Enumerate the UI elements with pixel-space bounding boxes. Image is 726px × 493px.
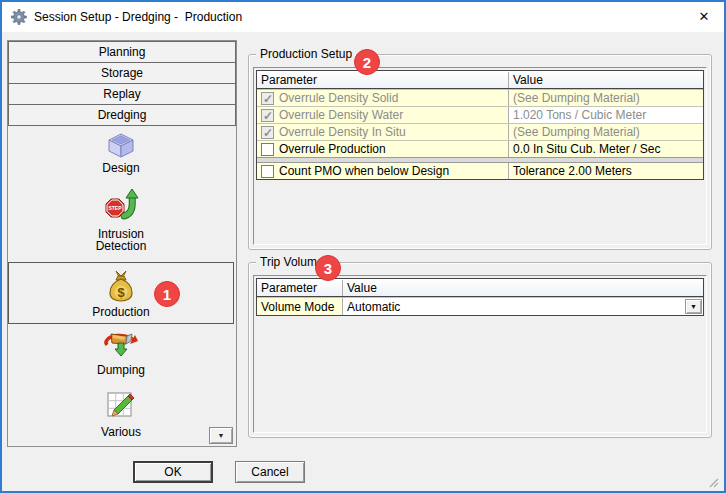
sidebar-item-label: Detection	[96, 240, 147, 252]
value-cell[interactable]: (See Dumping Material)	[509, 90, 703, 106]
sidebar: Planning Storage Replay Dredging Design	[7, 40, 237, 447]
checkbox-overrule-production[interactable]	[261, 143, 274, 156]
value-text: 0.0 In Situ Cub. Meter / Sec	[513, 141, 660, 157]
grid-pencil-icon	[105, 389, 137, 423]
sidebar-item-design[interactable]: Design	[8, 131, 234, 174]
column-header-parameter: Parameter	[257, 280, 343, 296]
gear-icon	[11, 9, 27, 25]
param-label: Count PMO when below Design	[279, 163, 449, 179]
sidebar-item-label: Production	[92, 306, 149, 318]
trip-volume-panel: Parameter Value Volume Mode Automatic ▼	[253, 275, 707, 433]
sidebar-item-storage[interactable]: Storage	[8, 62, 236, 84]
sidebar-scroll-down-button[interactable]: ▼	[209, 427, 233, 444]
chevron-down-icon: ▼	[690, 299, 697, 315]
column-header-parameter: Parameter	[257, 72, 509, 88]
table-row: Overrule Density Water 1.020 Tons / Cubi…	[257, 106, 703, 123]
sidebar-item-label: Design	[102, 162, 139, 174]
value-cell[interactable]: 0.0 In Situ Cub. Meter / Sec	[509, 141, 703, 157]
combobox-dropdown-button[interactable]: ▼	[685, 299, 702, 314]
value-cell[interactable]: (See Dumping Material)	[509, 124, 703, 140]
sidebar-item-label: Various	[101, 426, 141, 438]
svg-text:STEP: STEP	[108, 205, 122, 211]
callout-badge-3: 3	[315, 255, 341, 281]
close-button[interactable]: ✕	[684, 2, 724, 31]
checkbox-overrule-density-in-situ[interactable]	[261, 126, 274, 139]
trip-volume-group: Trip Volume 3 Parameter Value Volume Mod…	[248, 262, 712, 438]
column-header-value: Value	[343, 280, 703, 296]
callout-badge-1: 1	[154, 281, 180, 307]
sidebar-item-replay[interactable]: Replay	[8, 83, 236, 105]
chevron-down-icon: ▼	[218, 432, 225, 439]
session-setup-dialog: Session Setup - Dredging - Production ✕ …	[0, 0, 726, 493]
svg-text:$: $	[117, 284, 125, 299]
table-row: Volume Mode Automatic ▼	[257, 297, 703, 315]
combobox-value: Automatic	[347, 299, 400, 315]
sidebar-item-label: Dumping	[97, 364, 145, 376]
value-text: Tolerance 2.00 Meters	[513, 163, 632, 179]
dialog-client-area: Planning Storage Replay Dredging Design	[2, 32, 724, 491]
sidebar-item-various[interactable]: Various	[8, 389, 234, 438]
group-title: Production Setup	[256, 47, 356, 61]
trip-volume-table: Parameter Value Volume Mode Automatic ▼	[256, 278, 704, 316]
param-label: Overrule Density Water	[279, 107, 403, 123]
checkbox-overrule-density-solid[interactable]	[261, 92, 274, 105]
production-setup-panel: Parameter Value Overrule Density Solid (…	[253, 67, 707, 245]
cancel-button[interactable]: Cancel	[235, 461, 305, 483]
param-label: Overrule Density Solid	[279, 90, 398, 106]
value-cell[interactable]: 1.020 Tons / Cubic Meter	[509, 107, 703, 123]
param-label: Volume Mode	[261, 299, 334, 315]
resize-grip[interactable]	[704, 473, 720, 489]
sidebar-item-planning[interactable]: Planning	[8, 41, 236, 63]
value-text: (See Dumping Material)	[513, 124, 640, 140]
checkbox-overrule-density-water[interactable]	[261, 109, 274, 122]
window-title: Session Setup - Dredging - Production	[34, 10, 242, 24]
table-row: Overrule Density Solid (See Dumping Mate…	[257, 89, 703, 106]
sidebar-item-production[interactable]: $ Production 1	[8, 262, 234, 324]
callout-badge-2: 2	[354, 49, 380, 75]
table-row: Overrule Density In Situ (See Dumping Ma…	[257, 123, 703, 140]
checkbox-count-pmo[interactable]	[261, 165, 274, 178]
production-setup-group: Production Setup 2 Parameter Value Overr…	[248, 54, 712, 250]
value-text: 1.020 Tons / Cubic Meter	[513, 107, 646, 123]
param-label: Overrule Density In Situ	[279, 124, 406, 140]
value-text: (See Dumping Material)	[513, 90, 640, 106]
table-header: Parameter Value	[257, 279, 703, 297]
production-setup-table: Parameter Value Overrule Density Solid (…	[256, 70, 704, 180]
volume-mode-combobox[interactable]: Automatic ▼	[343, 298, 703, 315]
stop-sign-arrow-icon: STEP	[103, 187, 139, 225]
param-label: Overrule Production	[279, 141, 386, 157]
table-row: Count PMO when below Design Tolerance 2.…	[257, 162, 703, 179]
title-bar: Session Setup - Dredging - Production ✕	[2, 2, 724, 32]
money-bag-icon: $	[106, 269, 136, 303]
ok-button[interactable]: OK	[133, 461, 213, 483]
value-cell[interactable]: Tolerance 2.00 Meters	[509, 163, 703, 179]
design-box-icon	[105, 131, 137, 159]
table-header: Parameter Value	[257, 71, 703, 89]
sidebar-item-dumping[interactable]: Dumping	[8, 329, 234, 376]
table-row: Overrule Production 0.0 In Situ Cub. Met…	[257, 140, 703, 157]
sidebar-item-intrusion-detection[interactable]: STEP Intrusion Detection	[8, 187, 234, 252]
dump-barge-icon	[102, 329, 140, 361]
column-header-value: Value	[509, 72, 703, 88]
sidebar-item-dredging[interactable]: Dredging	[8, 104, 236, 126]
